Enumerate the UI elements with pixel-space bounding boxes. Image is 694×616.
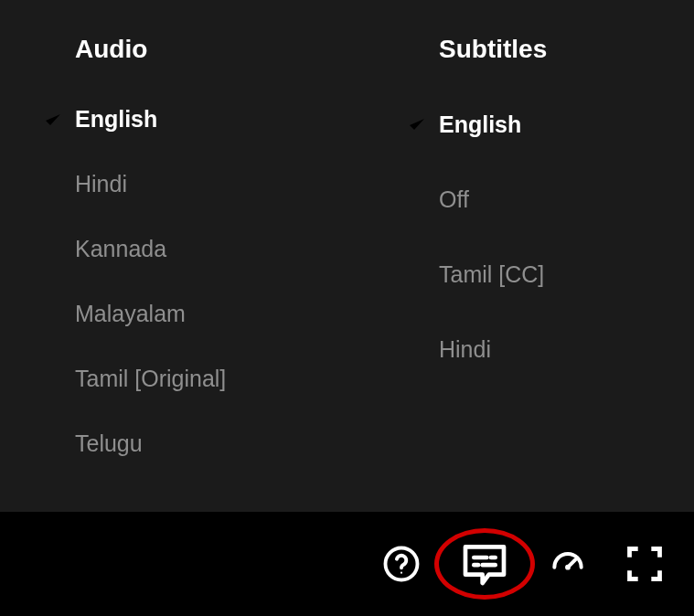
audio-option-label: Kannada	[75, 236, 166, 262]
audio-option-hindi[interactable]: Hindi	[75, 171, 421, 197]
audio-title: Audio	[75, 35, 421, 64]
subtitles-option-off[interactable]: Off	[439, 181, 547, 218]
check-icon	[406, 113, 439, 135]
check-icon	[42, 109, 75, 131]
subtitles-option-label: Hindi	[439, 336, 491, 363]
subtitles-option-english[interactable]: English	[439, 106, 547, 143]
audio-option-label: Telugu	[75, 430, 143, 457]
subtitles-option-label: Off	[439, 186, 469, 213]
help-button[interactable]	[379, 542, 423, 586]
subtitles-icon	[459, 538, 510, 589]
player-control-bar	[0, 512, 694, 616]
playback-speed-button[interactable]	[546, 542, 590, 586]
subtitles-option-label: Tamil [CC]	[439, 261, 544, 288]
audio-option-label: Hindi	[75, 171, 127, 197]
audio-option-label: Tamil [Original]	[75, 366, 226, 392]
audio-subtitles-panel: Audio English Hindi Kannada Malayalam Ta…	[0, 0, 694, 512]
help-icon	[382, 545, 421, 583]
subtitles-option-tamil-cc[interactable]: Tamil [CC]	[439, 256, 547, 292]
audio-column: Audio English Hindi Kannada Malayalam Ta…	[0, 35, 421, 494]
fullscreen-button[interactable]	[623, 542, 667, 586]
subtitles-column: Subtitles English Off Tamil [CC] Hindi	[421, 35, 547, 494]
svg-point-1	[400, 572, 402, 574]
speed-icon	[548, 544, 588, 584]
audio-option-label: English	[75, 106, 157, 133]
subtitles-title: Subtitles	[439, 35, 547, 64]
audio-option-label: Malayalam	[75, 301, 186, 327]
subtitles-button[interactable]	[456, 542, 513, 586]
audio-option-english[interactable]: English	[75, 106, 421, 133]
audio-option-kannada[interactable]: Kannada	[75, 236, 421, 262]
svg-line-7	[568, 559, 575, 567]
svg-point-0	[386, 548, 418, 580]
subtitles-option-label: English	[439, 112, 521, 138]
fullscreen-icon	[625, 544, 665, 584]
audio-option-telugu[interactable]: Telugu	[75, 430, 421, 457]
audio-option-tamil-original[interactable]: Tamil [Original]	[75, 366, 421, 392]
subtitles-option-hindi[interactable]: Hindi	[439, 331, 547, 367]
audio-option-malayalam[interactable]: Malayalam	[75, 301, 421, 327]
